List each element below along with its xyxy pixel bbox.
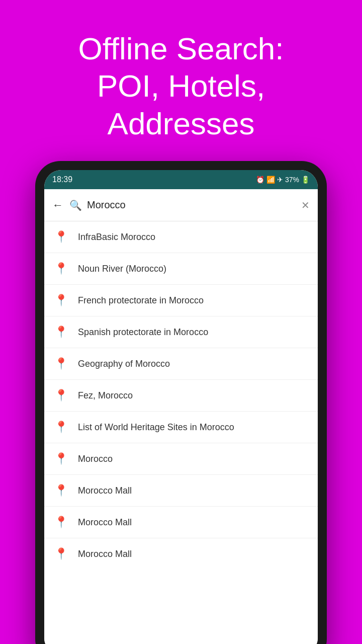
location-icon: 📍 [54, 421, 68, 434]
header-line2: POI, Hotels, Addresses [97, 68, 265, 140]
status-time: 18:39 [52, 175, 72, 184]
alarm-icon: ⏰ [256, 176, 264, 184]
airplane-icon: ✈ [277, 176, 283, 184]
result-item[interactable]: 📍List of World Heritage Sites in Morocco [44, 412, 318, 443]
location-icon: 📍 [54, 389, 68, 402]
result-item[interactable]: 📍Morocco [44, 443, 318, 475]
result-label: Morocco [78, 454, 113, 464]
result-label: List of World Heritage Sites in Morocco [78, 422, 234, 433]
location-icon: 📍 [54, 326, 68, 339]
phone-container: 18:39 ⏰ 📶 ✈ 37% 🔋 ← 🔍 Morocco ✕ 📍InfraBa… [35, 161, 327, 644]
result-label: Morocco Mall [78, 486, 132, 496]
result-label: Noun River (Morocco) [78, 264, 166, 274]
result-item[interactable]: 📍Morocco Mall [44, 475, 318, 507]
result-label: Fez, Morocco [78, 390, 133, 401]
search-bar: ← 🔍 Morocco ✕ [44, 189, 318, 221]
location-icon: 📍 [54, 484, 68, 497]
result-label: InfraBasic Morocco [78, 232, 155, 243]
result-item[interactable]: 📍Fez, Morocco [44, 380, 318, 412]
result-item[interactable]: 📍Spanish protectorate in Morocco [44, 316, 318, 348]
location-icon: 📍 [54, 294, 68, 307]
clear-button[interactable]: ✕ [301, 199, 310, 211]
results-list: 📍InfraBasic Morocco📍Noun River (Morocco)… [44, 221, 318, 644]
phone-shell: 18:39 ⏰ 📶 ✈ 37% 🔋 ← 🔍 Morocco ✕ 📍InfraBa… [35, 161, 327, 644]
location-icon: 📍 [54, 357, 68, 370]
result-item[interactable]: 📍Geography of Morocco [44, 348, 318, 380]
result-label: Spanish protectorate in Morocco [78, 327, 208, 338]
result-label: Morocco Mall [78, 549, 132, 559]
status-icons: ⏰ 📶 ✈ 37% 🔋 [256, 176, 310, 184]
result-label: Geography of Morocco [78, 359, 170, 369]
location-icon: 📍 [54, 262, 68, 275]
result-label: French protectorate in Morocco [78, 295, 204, 306]
status-bar: 18:39 ⏰ 📶 ✈ 37% 🔋 [44, 170, 318, 189]
back-button[interactable]: ← [52, 199, 63, 212]
header-section: Offline Search: POI, Hotels, Addresses [0, 0, 362, 163]
result-item[interactable]: 📍French protectorate in Morocco [44, 285, 318, 316]
search-query[interactable]: Morocco [87, 199, 301, 211]
location-icon: 📍 [54, 452, 68, 465]
search-icon: 🔍 [69, 199, 82, 211]
location-icon: 📍 [54, 516, 68, 529]
battery-icon: 🔋 [301, 176, 310, 184]
result-item[interactable]: 📍InfraBasic Morocco [44, 221, 318, 253]
result-item[interactable]: 📍Noun River (Morocco) [44, 253, 318, 285]
result-label: Morocco Mall [78, 517, 132, 528]
result-item[interactable]: 📍Morocco Mall [44, 538, 318, 570]
header-line1: Offline Search: [78, 31, 284, 66]
wifi-icon: 📶 [266, 176, 275, 184]
phone-screen: 18:39 ⏰ 📶 ✈ 37% 🔋 ← 🔍 Morocco ✕ 📍InfraBa… [44, 170, 318, 644]
location-icon: 📍 [54, 547, 68, 560]
battery-text: 37% [285, 176, 299, 184]
location-icon: 📍 [54, 230, 68, 244]
result-item[interactable]: 📍Morocco Mall [44, 507, 318, 538]
